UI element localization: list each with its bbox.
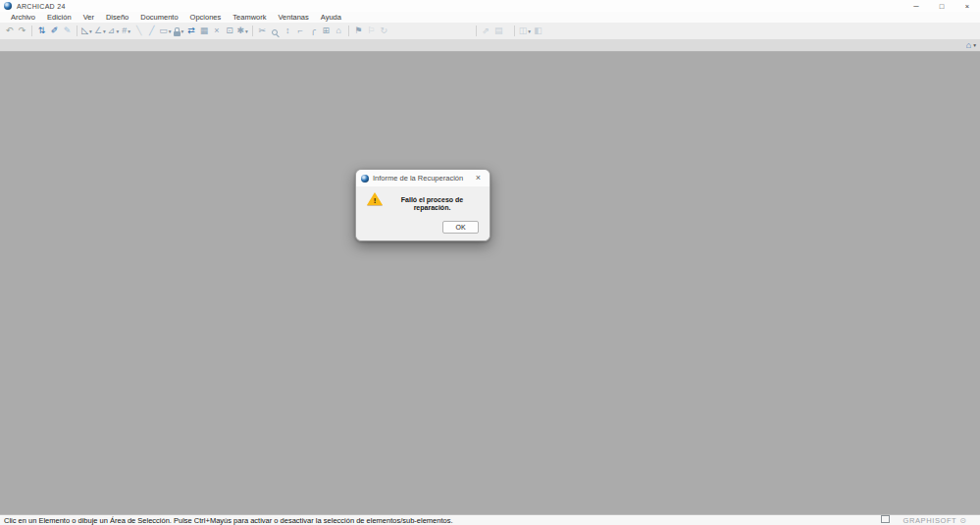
fillet-icon[interactable]: ╭	[307, 24, 320, 38]
toolbar: ↶↷⇅✐✎◺▾∠▾⊿▾#▾╲╱▭▾▾⇄▦×⊡✱▾✂↕⌐╭⊞⌂⚑⚐↻⇗▤◫▾◧	[0, 23, 980, 39]
transfer-parameters-icon[interactable]: ⇅	[35, 24, 48, 38]
chevron-down-icon: ▾	[973, 42, 976, 48]
flag-outline-icon[interactable]: ⚐	[365, 24, 378, 38]
dialog-body: ! Falló el proceso de reparación. OK	[356, 186, 490, 240]
toolbar-separator	[252, 26, 253, 36]
open-in-new-icon[interactable]: ⇗	[480, 24, 492, 38]
menu-item-opciones[interactable]: Opciones	[184, 12, 228, 23]
dialog-close-icon[interactable]: ×	[472, 170, 485, 186]
menu-item-diseno[interactable]: Diseño	[100, 12, 134, 23]
pages-icon[interactable]	[883, 517, 890, 523]
window-title: ARCHICAD 24	[17, 3, 66, 10]
panel-layout-icon[interactable]: ◫▾	[518, 24, 532, 38]
chevron-down-icon: ▾	[89, 28, 92, 34]
graphisoft-logo-icon: ⊙	[959, 516, 966, 525]
menubar: ArchivoEdiciónVerDiseñoDocumentoOpciones…	[0, 12, 980, 23]
menu-item-documento[interactable]: Documento	[134, 12, 183, 23]
slope-tool-icon[interactable]: ∠▾	[93, 24, 107, 38]
select-tool-icon[interactable]: ◺▾	[80, 24, 93, 38]
tab-overview-button[interactable]: ⌂ ▾	[966, 39, 976, 51]
tabbar: ⌂ ▾	[0, 39, 980, 52]
measure-icon[interactable]: ↕	[282, 24, 294, 38]
chevron-down-icon: ▾	[169, 28, 172, 34]
schedule-icon[interactable]: ▦	[197, 24, 210, 38]
menu-item-ventanas[interactable]: Ventanas	[272, 12, 314, 23]
zoom-icon[interactable]	[269, 24, 282, 38]
ok-button[interactable]: OK	[442, 221, 479, 234]
archicad-logo-icon	[361, 175, 369, 183]
dialog-titlebar[interactable]: Informe de la Recuperación ×	[356, 170, 490, 186]
statusbar: Clic en un Elemento o dibuje un Área de …	[0, 514, 980, 525]
chevron-down-icon: ▾	[245, 28, 248, 34]
dialog-message: Falló el proceso de reparación.	[383, 192, 482, 213]
recovery-report-dialog: Informe de la Recuperación × ! Falló el …	[355, 169, 490, 241]
stretch-icon[interactable]: ⊡	[223, 24, 235, 38]
lock-icon[interactable]: ▾	[172, 24, 184, 38]
roof-icon[interactable]: ⌂	[333, 24, 345, 38]
corner-icon[interactable]: ⌐	[294, 24, 307, 38]
minimize-button[interactable]: ─	[903, 0, 929, 12]
window-controls: ─ □ ×	[903, 0, 980, 12]
drawing-canvas[interactable]	[0, 52, 980, 514]
marquee-tool-icon[interactable]: ▭▾	[158, 24, 172, 38]
wall-tool-icon[interactable]: ⊿▾	[107, 24, 120, 38]
graphisoft-brand: GRAPHISOFT	[903, 516, 957, 525]
toolbar-gap	[390, 30, 473, 31]
menu-item-teamwork[interactable]: Teamwork	[227, 12, 272, 23]
chevron-down-icon: ▾	[116, 28, 119, 34]
menu-item-archivo[interactable]: Archivo	[5, 12, 41, 23]
toolbar-separator	[348, 26, 349, 36]
toolbar-separator	[476, 26, 477, 36]
titlebar: ARCHICAD 24 ─ □ ×	[0, 0, 980, 12]
renovation-filter-icon[interactable]: ⇄	[184, 24, 197, 38]
menu-item-ayuda[interactable]: Ayuda	[315, 12, 347, 23]
options-gear-icon[interactable]: ✱▾	[235, 24, 248, 38]
archicad-window: { "window": { "title": "ARCHICAD 24", "c…	[0, 0, 980, 525]
chevron-down-icon: ▾	[103, 28, 106, 34]
tab-overview-icon: ⌂	[966, 39, 971, 51]
warning-icon: !	[367, 192, 383, 206]
chevron-down-icon: ▾	[181, 28, 184, 34]
menu-item-ver[interactable]: Ver	[77, 12, 100, 23]
toolbar-separator	[77, 26, 77, 36]
redo-icon[interactable]: ↷	[16, 24, 28, 38]
toolbar-separator	[514, 26, 515, 36]
panel-save-icon[interactable]: ◧	[532, 24, 544, 38]
maximize-button[interactable]: □	[929, 0, 954, 12]
undo-icon[interactable]: ↶	[3, 24, 16, 38]
trim-scissors-icon[interactable]: ✂	[256, 24, 269, 38]
menu-item-edicion[interactable]: Edición	[41, 12, 77, 23]
chevron-down-icon: ▾	[128, 28, 130, 34]
status-hint: Clic en un Elemento o dibuje un Área de …	[4, 516, 883, 525]
flag-icon[interactable]: ⚑	[352, 24, 365, 38]
guide-line-icon[interactable]: ╲	[132, 24, 145, 38]
chevron-down-icon: ▾	[528, 28, 531, 34]
statusbar-right: GRAPHISOFT ⊙	[883, 516, 976, 525]
feather-icon[interactable]: ╱	[145, 24, 158, 38]
refresh-icon[interactable]: ↻	[378, 24, 390, 38]
toolbar-separator	[31, 26, 32, 36]
pickup-parameters-eyedropper-icon[interactable]: ✐	[48, 24, 61, 38]
inject-parameters-syringe-icon[interactable]: ✎	[61, 24, 74, 38]
close-button[interactable]: ×	[954, 0, 980, 12]
archicad-logo-icon	[4, 2, 12, 10]
toolbar-gap	[505, 30, 511, 31]
layers-icon[interactable]: ▤	[492, 24, 505, 38]
dialog-message-row: ! Falló el proceso de reparación.	[356, 186, 490, 213]
grid-snap-icon[interactable]: #▾	[120, 24, 132, 38]
close-element-icon[interactable]: ×	[210, 24, 223, 38]
dialog-title: Informe de la Recuperación	[373, 174, 472, 183]
resize-icon[interactable]: ⊞	[320, 24, 333, 38]
